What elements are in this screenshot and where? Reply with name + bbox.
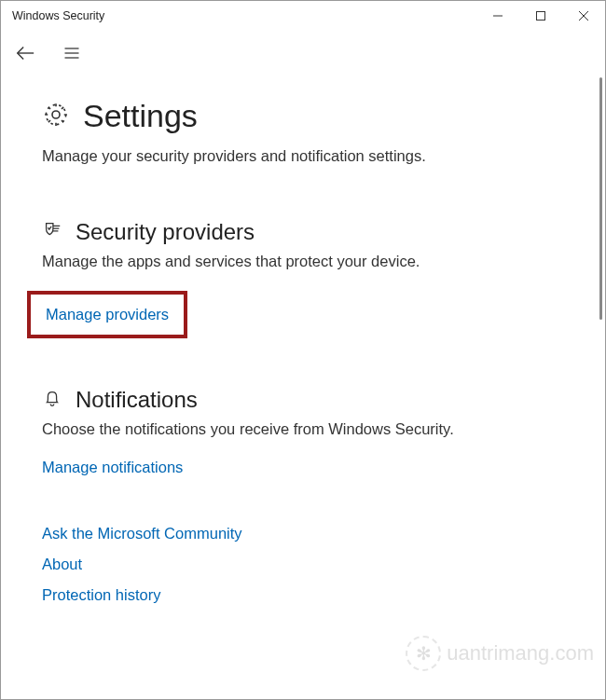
watermark: ✻ uantrimang.com [406,636,594,671]
security-providers-desc: Manage the apps and services that protec… [42,253,564,270]
titlebar: Windows Security [1,1,605,31]
security-providers-section: Security providers Manage the apps and s… [42,219,564,338]
window-controls [476,1,605,31]
bell-icon [42,388,62,412]
protection-history-link[interactable]: Protection history [42,586,564,604]
footer-links: Ask the Microsoft Community About Protec… [42,525,564,604]
notifications-section: Notifications Choose the notifications y… [42,387,564,476]
gear-icon [42,101,70,132]
minimize-button[interactable] [476,1,519,31]
watermark-text: uantrimang.com [447,641,594,666]
section-header: Notifications [42,387,564,413]
svg-point-8 [52,111,60,118]
maximize-button[interactable] [519,1,562,31]
page-subtitle: Manage your security providers and notif… [42,147,564,165]
svg-rect-1 [537,12,545,21]
security-providers-title: Security providers [76,219,255,245]
notifications-title: Notifications [76,387,198,413]
back-button[interactable] [14,42,36,64]
scrollbar[interactable] [599,77,602,320]
close-button[interactable] [562,1,605,31]
manage-notifications-link[interactable]: Manage notifications [42,459,183,476]
section-header: Security providers [42,219,564,245]
toolbar [1,31,605,75]
shield-check-icon [42,220,62,244]
window-title: Windows Security [12,9,476,22]
manage-providers-link[interactable]: Manage providers [46,306,169,323]
watermark-icon: ✻ [406,636,441,671]
page-header: Settings [42,98,564,134]
content-area: Settings Manage your security providers … [1,75,605,604]
menu-button[interactable] [61,42,83,64]
highlight-box: Manage providers [27,291,187,338]
about-link[interactable]: About [42,556,564,573]
notifications-desc: Choose the notifications you receive fro… [42,420,564,438]
page-title: Settings [83,98,198,134]
ask-community-link[interactable]: Ask the Microsoft Community [42,525,564,542]
